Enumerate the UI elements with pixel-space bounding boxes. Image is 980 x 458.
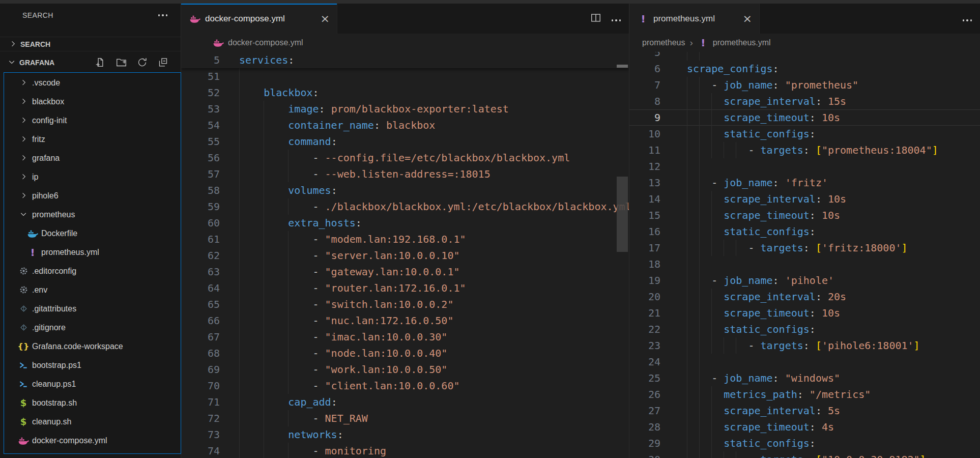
code-editor-prometheus[interactable]: 56scrape_configs:7 - job_name: "promethe… bbox=[629, 52, 980, 458]
tree-folder-.vscode[interactable]: .vscode bbox=[0, 73, 181, 92]
code-line-51[interactable]: 51 bbox=[181, 68, 629, 84]
code-line-54[interactable]: 54 container_name: blackbox bbox=[181, 117, 629, 133]
code-line-61[interactable]: 61 - "modem.lan:192.168.0.1" bbox=[181, 231, 629, 247]
tree-folder-config-init[interactable]: config-init bbox=[0, 111, 181, 130]
code-line-62[interactable]: 62 - "server.lan:10.0.0.10" bbox=[181, 247, 629, 264]
code-line-71[interactable]: 71 cap_add: bbox=[181, 394, 629, 410]
panel-more-actions-icon[interactable] bbox=[158, 14, 168, 16]
line-content: - job_name: "windows" bbox=[687, 370, 840, 386]
code-line-58[interactable]: 58 volumes: bbox=[181, 182, 629, 198]
code-line-57[interactable]: 57 - --web.listen-address=:18015 bbox=[181, 166, 629, 182]
code-line-66[interactable]: 66 - "nuc.lan:172.16.0.50" bbox=[181, 312, 629, 329]
tree-file-cleanup.ps1[interactable]: cleanup.ps1 bbox=[0, 375, 181, 393]
new-folder-icon[interactable] bbox=[116, 57, 127, 68]
code-line-5[interactable]: 5 bbox=[629, 52, 980, 61]
code-line-52[interactable]: 52 blackbox: bbox=[181, 84, 629, 101]
code-line-14[interactable]: 14 scrape_interval: 10s bbox=[629, 191, 980, 207]
code-line-27[interactable]: 27 scrape_interval: 5s bbox=[629, 403, 980, 419]
split-editor-icon[interactable] bbox=[590, 12, 601, 25]
breadcrumb-item[interactable]: prometheus bbox=[642, 38, 685, 47]
code-line-26[interactable]: 26 metrics_path: "/metrics" bbox=[629, 386, 980, 403]
code-line-13[interactable]: 13 - job_name: 'fritz' bbox=[629, 175, 980, 191]
scrollbar-thumb[interactable] bbox=[617, 177, 628, 252]
tree-file-Grafana.code-workspace[interactable]: {}Grafana.code-workspace bbox=[0, 337, 181, 356]
code-line-25[interactable]: 25 - job_name: "windows" bbox=[629, 370, 980, 386]
refresh-icon[interactable] bbox=[136, 57, 148, 68]
code-line-10[interactable]: 10 static_configs: bbox=[629, 126, 980, 142]
new-file-icon[interactable] bbox=[95, 57, 106, 68]
code-line-11[interactable]: 11 - targets: ["prometheus:18004"] bbox=[629, 142, 980, 158]
code-line-70[interactable]: 70 - "client.lan:10.0.0.60" bbox=[181, 378, 629, 394]
code-line-20[interactable]: 20 scrape_interval: 20s bbox=[629, 289, 980, 305]
code-line-22[interactable]: 22 static_configs: bbox=[629, 321, 980, 337]
code-line-21[interactable]: 21 scrape_timeout: 10s bbox=[629, 305, 980, 321]
section-header-search[interactable]: SEARCH bbox=[0, 37, 181, 51]
code-line-16[interactable]: 16 static_configs: bbox=[629, 223, 980, 240]
code-line-56[interactable]: 56 - --config.file=/etc/blackbox/blackbo… bbox=[181, 150, 629, 166]
close-icon[interactable]: × bbox=[321, 13, 330, 24]
tab-docker-compose[interactable]: docker-compose.yml × bbox=[181, 4, 337, 34]
line-content: scrape_timeout: 10s bbox=[687, 207, 840, 223]
code-line-28[interactable]: 28 scrape_timeout: 4s bbox=[629, 419, 980, 435]
tree-file-prometheus.yml[interactable]: !prometheus.yml bbox=[0, 243, 181, 262]
tree-file-cleanup.sh[interactable]: $cleanup.sh bbox=[0, 412, 181, 431]
code-line-6[interactable]: 6scrape_configs: bbox=[629, 61, 980, 77]
code-line-18[interactable]: 18 bbox=[629, 256, 980, 272]
tree-file-docker-compose.yml[interactable]: docker-compose.yml bbox=[0, 431, 181, 450]
tree-file-.gitignore[interactable]: .gitignore bbox=[0, 318, 181, 337]
code-line-72[interactable]: 72 - NET_RAW bbox=[181, 410, 629, 426]
code-line-55[interactable]: 55 command: bbox=[181, 133, 629, 150]
code-line-73[interactable]: 73 networks: bbox=[181, 426, 629, 443]
code-line-30[interactable]: 30 - targets: ["10.0.0.30:9182"] bbox=[629, 451, 980, 458]
code-line-53[interactable]: 53 image: prom/blackbox-exporter:latest bbox=[181, 101, 629, 117]
close-icon[interactable]: × bbox=[743, 13, 752, 24]
tree-item-label: prometheus.yml bbox=[41, 248, 99, 257]
line-number: 63 bbox=[181, 264, 220, 280]
code-line-9[interactable]: 9 scrape_timeout: 10s bbox=[629, 109, 980, 126]
code-line-29[interactable]: 29 static_configs: bbox=[629, 435, 980, 451]
code-line-64[interactable]: 64 - "router.lan:172.16.0.1" bbox=[181, 280, 629, 296]
code-line-68[interactable]: 68 - "node.lan:10.0.0.40" bbox=[181, 345, 629, 361]
code-line-59[interactable]: 59 - ./blackbox/blackbox.yml:/etc/blackb… bbox=[181, 198, 629, 215]
more-icon[interactable] bbox=[963, 14, 972, 23]
code-line-67[interactable]: 67 - "imac.lan:10.0.0.30" bbox=[181, 329, 629, 345]
code-line-7[interactable]: 7 - job_name: "prometheus" bbox=[629, 77, 980, 93]
code-line-17[interactable]: 17 - targets: ['fritz:18000'] bbox=[629, 240, 980, 256]
code-line-24[interactable]: 24 bbox=[629, 354, 980, 370]
line-content: scrape_configs: bbox=[687, 61, 779, 77]
sticky-scroll-line[interactable]: 5services: bbox=[181, 52, 629, 68]
code-line-69[interactable]: 69 - "work.lan:10.0.0.50" bbox=[181, 361, 629, 378]
code-line-19[interactable]: 19 - job_name: 'pihole' bbox=[629, 272, 980, 289]
tree-folder-fritz[interactable]: fritz bbox=[0, 130, 181, 149]
tab-prometheus-yml[interactable]: ! prometheus.yml × bbox=[629, 4, 760, 34]
tree-file-.env[interactable]: .env bbox=[0, 280, 181, 299]
prometheus-icon: ! bbox=[26, 247, 39, 257]
tree-folder-prometheus[interactable]: prometheus bbox=[0, 205, 181, 224]
tree-folder-blackbox[interactable]: blackbox bbox=[0, 92, 181, 111]
tree-folder-grafana[interactable]: grafana bbox=[0, 149, 181, 167]
code-line-63[interactable]: 63 - "gateway.lan:10.0.0.1" bbox=[181, 264, 629, 280]
section-header-grafana[interactable]: GRAFANA bbox=[0, 51, 181, 73]
line-number: 26 bbox=[629, 386, 660, 403]
code-line-74[interactable]: 74 - monitoring bbox=[181, 443, 629, 458]
code-line-12[interactable]: 12 bbox=[629, 158, 980, 175]
collapse-all-icon[interactable] bbox=[157, 57, 168, 68]
tree-file-bootstrap.ps1[interactable]: bootstrap.ps1 bbox=[0, 356, 181, 375]
code-line-5[interactable]: 5services: bbox=[181, 52, 629, 68]
code-line-8[interactable]: 8 scrape_interval: 15s bbox=[629, 93, 980, 109]
code-line-15[interactable]: 15 scrape_timeout: 10s bbox=[629, 207, 980, 223]
tree-folder-ip[interactable]: ip bbox=[0, 167, 181, 186]
more-icon[interactable] bbox=[612, 14, 621, 23]
tree-file-Dockerfile[interactable]: Dockerfile bbox=[0, 224, 181, 243]
tree-file-.editorconfig[interactable]: .editorconfig bbox=[0, 262, 181, 280]
breadcrumb-item[interactable]: !prometheus.yml bbox=[698, 38, 771, 48]
tree-file-.gitattributes[interactable]: .gitattributes bbox=[0, 299, 181, 318]
tree-file-bootstrap.sh[interactable]: $bootstrap.sh bbox=[0, 393, 181, 412]
code-line-60[interactable]: 60 extra_hosts: bbox=[181, 215, 629, 231]
code-line-23[interactable]: 23 - targets: ['pihole6:18001'] bbox=[629, 337, 980, 354]
tree-folder-pihole6[interactable]: pihole6 bbox=[0, 186, 181, 205]
breadcrumb-item[interactable]: docker-compose.yml bbox=[213, 37, 303, 48]
code-editor-docker-compose[interactable]: 5152 blackbox:53 image: prom/blackbox-ex… bbox=[181, 52, 629, 458]
line-number: 12 bbox=[629, 158, 660, 175]
code-line-65[interactable]: 65 - "switch.lan:10.0.0.2" bbox=[181, 296, 629, 312]
